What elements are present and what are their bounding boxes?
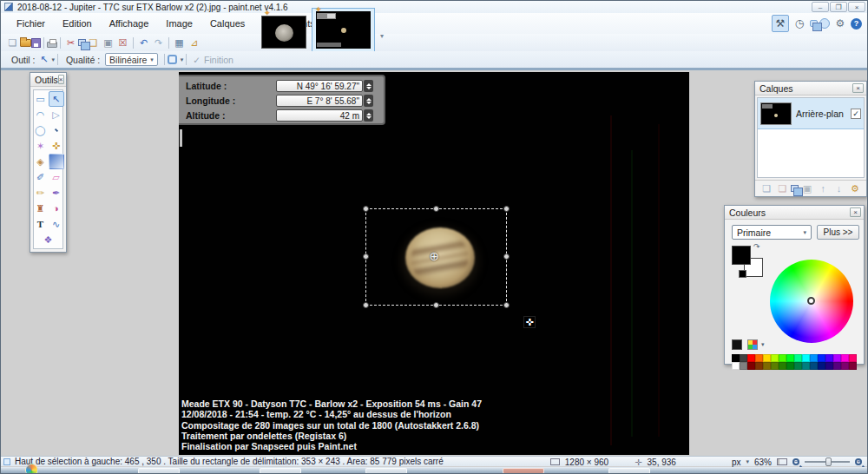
tool-text-icon[interactable]: T <box>33 216 49 232</box>
layers-delete-layer[interactable]: ❏ <box>775 181 790 195</box>
palette-swatch[interactable] <box>747 354 755 362</box>
toolbar-save-icon[interactable] <box>31 38 41 48</box>
palette-chooser-icon[interactable] <box>747 339 758 350</box>
palette-swatch[interactable] <box>802 362 810 370</box>
toolbar-ruler[interactable]: ⊿ <box>187 36 201 49</box>
finish-button[interactable]: Finition <box>204 55 233 65</box>
image-thumbnail-jupiter[interactable] <box>261 16 306 49</box>
toolbar-redo[interactable]: ↷ <box>151 36 166 49</box>
palette-swatch[interactable] <box>825 354 833 362</box>
toolbar-deselect[interactable]: ☒ <box>115 36 130 49</box>
palette-swatch[interactable] <box>763 362 771 370</box>
palette-swatch[interactable] <box>794 354 802 362</box>
menu-image[interactable]: Image <box>157 16 201 31</box>
util-help-icon[interactable] <box>851 18 862 30</box>
selection-mode-icon[interactable] <box>168 55 177 64</box>
toolbar-open-icon[interactable] <box>20 39 31 47</box>
tool-color-picker[interactable]: ✒ <box>49 185 64 201</box>
layers-add-layer[interactable]: ❏ <box>760 181 774 195</box>
palette-swatch[interactable] <box>841 362 849 370</box>
image-list-chevron-icon[interactable]: ▾ <box>380 32 384 40</box>
tool-lasso-select[interactable]: ◠ <box>33 107 49 122</box>
palette-swatch[interactable] <box>740 354 747 362</box>
toolbar-copy-icon[interactable] <box>78 39 86 46</box>
caret-down-icon[interactable]: ▾ <box>746 458 749 465</box>
layer-visibility-checkbox[interactable]: ✓ <box>851 109 861 119</box>
palette-swatch[interactable] <box>771 362 779 370</box>
menu-edition[interactable]: Edition <box>54 16 101 31</box>
util-history[interactable]: ◷ <box>791 15 808 32</box>
palette-swatch[interactable] <box>849 362 857 370</box>
close-icon[interactable]: × <box>58 75 64 84</box>
palette-swatch[interactable] <box>825 362 833 370</box>
toolbar-undo[interactable]: ↶ <box>136 36 151 49</box>
start-button-icon[interactable] <box>25 464 38 474</box>
unit-dropdown[interactable]: px <box>732 458 741 467</box>
layers-panel-titlebar[interactable]: Calques × <box>755 82 866 95</box>
tool-move-selected-pixels[interactable]: ↖ <box>49 91 64 107</box>
selection-handle[interactable] <box>503 253 510 260</box>
tool-pencil[interactable]: ✏ <box>33 185 49 201</box>
rotation-handle-icon[interactable]: ⊕ <box>430 249 440 263</box>
util-settings[interactable]: ⚙ <box>832 15 849 32</box>
taskbar-button[interactable] <box>138 468 180 474</box>
zoom-slider-thumb[interactable] <box>825 458 832 466</box>
palette-swatch[interactable] <box>802 354 810 362</box>
image-thumbnail-active[interactable] <box>312 8 375 52</box>
current-tool-icon[interactable]: ↖ <box>36 53 51 67</box>
primary-color-swatch[interactable] <box>732 246 751 265</box>
palette-swatch[interactable] <box>771 354 779 362</box>
palette-swatch[interactable] <box>732 362 740 370</box>
window-minimize[interactable]: – <box>812 2 829 12</box>
layers-duplicate-layer-icon[interactable] <box>791 185 799 192</box>
menu-fichier[interactable]: Fichier <box>8 16 54 31</box>
selection-handle[interactable] <box>363 302 369 308</box>
palette-swatch[interactable] <box>747 362 755 370</box>
tool-paint-bucket[interactable]: ◈ <box>33 154 49 169</box>
palette-swatch[interactable] <box>833 362 841 370</box>
palette-swatch[interactable] <box>786 362 794 370</box>
selection-handle[interactable] <box>503 206 510 212</box>
tool-dropdown-caret-icon[interactable]: ▾ <box>51 56 55 63</box>
palette-swatch[interactable] <box>849 354 857 362</box>
palette-swatch[interactable] <box>833 354 841 362</box>
tool-recolor[interactable]: ◑ <box>49 201 64 216</box>
quality-dropdown[interactable]: Bilinéaire ▾ <box>105 53 158 66</box>
tool-eraser[interactable]: ▱ <box>49 169 64 185</box>
menu-calques[interactable]: Calques <box>201 16 253 31</box>
selection-handle[interactable] <box>503 302 510 308</box>
taskbar-button[interactable] <box>260 468 301 474</box>
palette-swatch[interactable] <box>740 362 747 370</box>
layers-move-layer-up[interactable]: ↑ <box>816 181 831 195</box>
palette-swatch[interactable] <box>779 354 786 362</box>
util-tools[interactable]: ⚒ <box>772 15 789 32</box>
swap-colors-icon[interactable]: ↷ <box>753 242 760 251</box>
palette-swatch[interactable] <box>779 362 786 370</box>
tool-shapes[interactable]: ❖ <box>41 232 56 247</box>
more-button[interactable]: Plus >> <box>817 225 859 240</box>
color-wheel-marker[interactable] <box>807 297 815 305</box>
zoom-in-icon[interactable] <box>855 458 862 465</box>
toolbar-grid[interactable]: ▦ <box>172 36 187 49</box>
selection-handle[interactable] <box>433 302 439 308</box>
palette-swatch[interactable] <box>810 354 818 362</box>
layers-layer-properties[interactable]: ⚙ <box>847 181 862 195</box>
tool-move-selection[interactable]: ▷ <box>49 107 64 122</box>
palette-swatch[interactable] <box>732 354 740 362</box>
tool-rectangle-select[interactable]: ▭ <box>33 91 49 107</box>
palette-swatch[interactable] <box>763 354 771 362</box>
selection-rectangle[interactable]: ⊕ <box>365 208 507 306</box>
toolbar-crop[interactable]: ▣ <box>101 36 115 49</box>
layers-move-layer-down[interactable]: ↓ <box>832 181 846 195</box>
palette-swatch[interactable] <box>841 354 849 362</box>
window-maximize[interactable]: ❐ <box>830 2 847 12</box>
palette-swatch[interactable] <box>818 362 825 370</box>
toolbar-print-icon[interactable] <box>47 42 57 48</box>
palette-swatch[interactable] <box>794 362 802 370</box>
canvas[interactable]: Latitude : N 49° 16' 59.27" Longitude : … <box>179 72 689 455</box>
tool-magic-wand[interactable]: ✶ <box>33 138 49 154</box>
palette-swatch[interactable] <box>786 354 794 362</box>
caret-down-icon[interactable]: ▾ <box>181 56 184 63</box>
selection-handle[interactable] <box>433 206 439 212</box>
zoom-out-icon[interactable] <box>792 458 799 465</box>
